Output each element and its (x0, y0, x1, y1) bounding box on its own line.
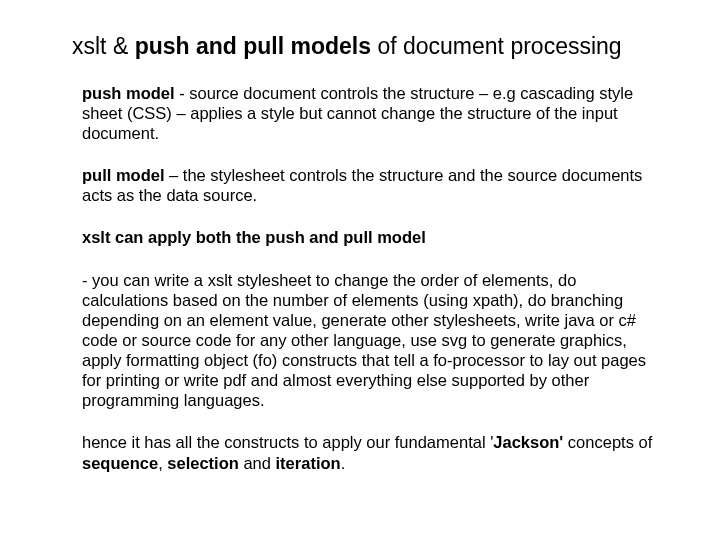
jackson-t3: , (158, 454, 167, 472)
both-models-paragraph: xslt can apply both the push and pull mo… (82, 227, 660, 247)
pull-model-paragraph: pull model – the stylesheet controls the… (82, 165, 660, 205)
capabilities-text: - you can write a xslt stylesheet to cha… (82, 271, 646, 410)
title-bold: push and pull models (135, 33, 371, 59)
jackson-t2: concepts of (563, 433, 652, 451)
jackson-b1: Jackson' (493, 433, 563, 451)
push-model-paragraph: push model - source document controls th… (82, 83, 660, 143)
jackson-b2: sequence (82, 454, 158, 472)
slide: xslt & push and pull models of document … (0, 0, 720, 540)
title-post: of document processing (371, 33, 622, 59)
pull-model-text: – the stylesheet controls the structure … (82, 166, 642, 204)
jackson-paragraph: hence it has all the constructs to apply… (82, 432, 660, 472)
title-pre: xslt & (72, 33, 135, 59)
jackson-t4: and (239, 454, 276, 472)
jackson-t1: hence it has all the constructs to apply… (82, 433, 493, 451)
slide-title: xslt & push and pull models of document … (72, 32, 660, 61)
both-models-text: xslt can apply both the push and pull mo… (82, 228, 426, 246)
capabilities-paragraph: - you can write a xslt stylesheet to cha… (82, 270, 660, 411)
jackson-b4: iteration (276, 454, 341, 472)
pull-model-lead: pull model (82, 166, 165, 184)
jackson-b3: selection (167, 454, 239, 472)
push-model-lead: push model (82, 84, 175, 102)
slide-body: push model - source document controls th… (72, 83, 660, 473)
jackson-t5: . (341, 454, 346, 472)
